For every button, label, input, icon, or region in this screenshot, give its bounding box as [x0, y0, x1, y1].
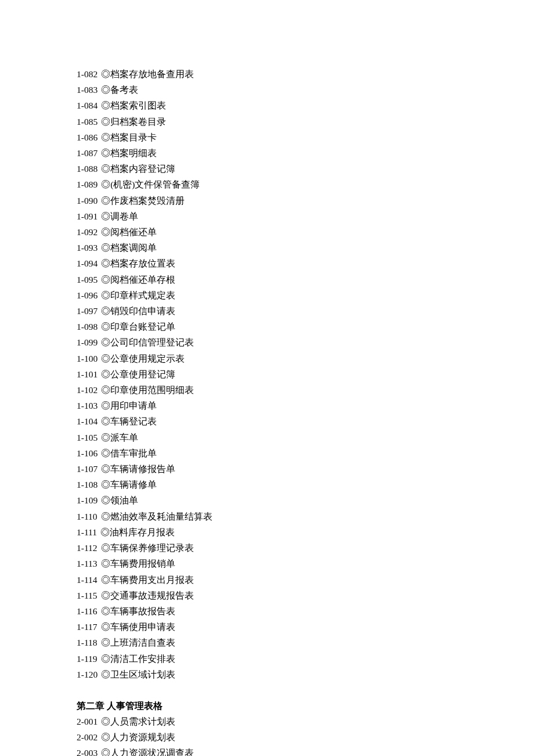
toc-entry: 1-086◎档案目录卡 [77, 129, 460, 145]
toc-entry: 1-118◎上班清洁自查表 [77, 635, 460, 650]
entry-code: 1-099 [77, 337, 98, 347]
bullet-icon: ◎ [101, 416, 110, 426]
bullet-icon: ◎ [101, 337, 110, 347]
toc-entry: 2-002◎人力资源规划表 [77, 729, 460, 745]
toc-entry: 1-102◎印章使用范围明细表 [77, 382, 460, 398]
bullet-icon: ◎ [101, 148, 110, 158]
entry-title: 印章台账登记单 [110, 322, 175, 332]
entry-code: 1-109 [77, 495, 98, 505]
toc-entry: 1-104◎车辆登记表 [77, 413, 460, 429]
entry-title: (机密)文件保管备查簿 [110, 179, 200, 189]
toc-entry: 1-083◎备考表 [77, 82, 460, 98]
bullet-icon: ◎ [101, 717, 110, 726]
entry-title: 人员需求计划表 [110, 717, 175, 726]
entry-title: 车辆事故报告表 [110, 606, 175, 616]
entry-code: 1-097 [77, 306, 98, 316]
entry-code: 2-002 [77, 732, 98, 742]
bullet-icon: ◎ [101, 211, 110, 221]
bullet-icon: ◎ [101, 480, 110, 489]
toc-entry: 1-116◎车辆事故报告表 [77, 603, 460, 619]
bullet-icon: ◎ [101, 464, 110, 474]
bullet-icon: ◎ [101, 543, 110, 553]
toc-entry: 1-085◎归档案卷目录 [77, 114, 460, 129]
entry-title: 档案调阅单 [110, 243, 157, 253]
toc-entry: 1-091◎调卷单 [77, 208, 460, 224]
entry-title: 借车审批单 [110, 448, 157, 458]
entry-code: 1-113 [77, 559, 98, 568]
entry-code: 1-098 [77, 322, 98, 332]
entry-title: 用印申请单 [110, 401, 157, 411]
toc-entry: 1-111◎油料库存月报表 [77, 524, 460, 540]
bullet-icon: ◎ [101, 164, 110, 174]
toc-entry: 1-106◎借车审批单 [77, 445, 460, 461]
entry-code: 1-088 [77, 164, 98, 174]
entry-title: 档案内容登记簿 [110, 164, 175, 174]
entry-code: 1-085 [77, 117, 98, 127]
bullet-icon: ◎ [101, 591, 110, 600]
entry-title: 车辆请修报告单 [110, 464, 175, 474]
entry-code: 1-095 [77, 275, 98, 285]
entry-title: 印章样式规定表 [110, 290, 175, 300]
bullet-icon: ◎ [101, 227, 110, 237]
toc-entry: 1-105◎派车单 [77, 430, 460, 445]
toc-entry: 1-114◎车辆费用支出月报表 [77, 572, 460, 588]
entry-title: 作废档案焚毁清册 [110, 196, 185, 206]
entry-code: 1-083 [77, 85, 98, 95]
toc-entry: 1-109◎领油单 [77, 492, 460, 508]
entry-code: 1-082 [77, 69, 98, 79]
bullet-icon: ◎ [101, 669, 110, 679]
entry-title: 档案索引图表 [110, 100, 166, 110]
entry-title: 车辆费用支出月报表 [110, 575, 194, 585]
toc-entry: 2-001◎人员需求计划表 [77, 714, 460, 729]
document-page: 1-082◎档案存放地备查用表1-083◎备考表1-084◎档案索引图表1-08… [0, 0, 460, 756]
entry-title: 燃油效率及耗油量结算表 [110, 512, 212, 521]
toc-entry: 1-115◎交通事故违规报告表 [77, 588, 460, 603]
bullet-icon: ◎ [101, 559, 110, 568]
bullet-icon: ◎ [101, 448, 110, 458]
entry-title: 档案存放位置表 [110, 258, 175, 268]
toc-entry: 1-099◎公司印信管理登记表 [77, 334, 460, 350]
entry-title: 车辆请修单 [110, 480, 157, 489]
entry-title: 派车单 [110, 433, 138, 442]
entry-code: 1-114 [77, 575, 98, 585]
entry-title: 交通事故违规报告表 [110, 591, 194, 600]
bullet-icon: ◎ [101, 132, 110, 142]
entry-title: 卫生区域计划表 [110, 669, 175, 679]
entry-code: 1-101 [77, 369, 98, 379]
entry-title: 阅档催还单 [110, 227, 157, 237]
bullet-icon: ◎ [101, 622, 110, 632]
toc-entry: 1-101◎公章使用登记簿 [77, 366, 460, 382]
bullet-icon: ◎ [101, 354, 110, 363]
toc-entry: 1-100◎公章使用规定示表 [77, 351, 460, 366]
entry-title: 公章使用规定示表 [110, 354, 185, 363]
bullet-icon: ◎ [101, 258, 110, 268]
chapter-prefix: 第二章 [77, 701, 104, 711]
entry-code: 1-115 [77, 591, 98, 600]
bullet-icon: ◎ [101, 748, 110, 756]
entry-code: 1-106 [77, 448, 98, 458]
toc-entry: 1-117◎车辆使用申请表 [77, 619, 460, 635]
bullet-icon: ◎ [101, 512, 110, 521]
entry-code: 1-112 [77, 543, 98, 553]
toc-entry: 1-097◎销毁印信申请表 [77, 303, 460, 319]
entry-code: 1-104 [77, 416, 98, 426]
entry-code: 1-087 [77, 148, 98, 158]
entry-code: 1-117 [77, 622, 98, 632]
entry-title: 油料库存月报表 [110, 527, 175, 537]
entry-title: 销毁印信申请表 [110, 306, 175, 316]
bullet-icon: ◎ [101, 69, 110, 79]
bullet-icon: ◎ [101, 179, 110, 189]
entry-code: 2-003 [77, 748, 98, 756]
entry-code: 1-092 [77, 227, 98, 237]
entry-title: 车辆登记表 [110, 416, 157, 426]
entry-title: 备考表 [110, 85, 138, 95]
entry-code: 1-091 [77, 211, 98, 221]
entry-code: 1-096 [77, 290, 98, 300]
toc-entry: 1-113◎车辆费用报销单 [77, 556, 460, 571]
entry-title: 人力资源状况调查表 [110, 748, 194, 756]
entry-title: 阅档催还单存根 [110, 275, 175, 285]
bullet-icon: ◎ [101, 100, 110, 110]
entry-code: 1-090 [77, 196, 98, 206]
entry-code: 1-110 [77, 512, 98, 521]
bullet-icon: ◎ [101, 575, 110, 585]
